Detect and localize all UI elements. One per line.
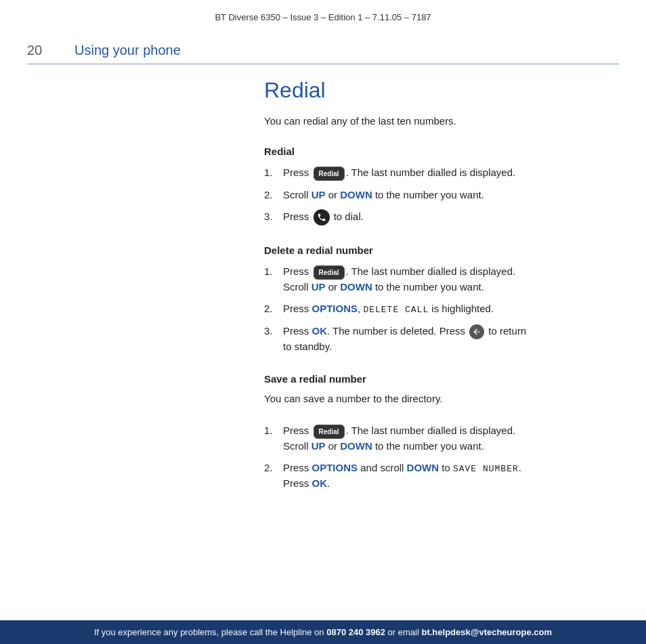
delete-call-text: DELETE CALL — [363, 305, 429, 315]
redial-step-1: 1. Press Redial. The last number dialled… — [264, 165, 619, 181]
redial-step-3: 3. Press to dial. — [264, 209, 619, 226]
call-icon — [314, 209, 330, 226]
delete-step-1: 1. Press Redial. The last number dialled… — [264, 264, 619, 295]
up-label: UP — [311, 281, 326, 293]
save-steps: 1. Press Redial. The last number dialled… — [264, 423, 619, 491]
down-label: DOWN — [340, 189, 372, 200]
step-content: Scroll UP or DOWN to the number you want… — [283, 188, 619, 203]
delete-step-3: 3. Press OK. The number is deleted. Pres… — [264, 324, 619, 355]
page-header: BT Diverse 6350 – Issue 3 – Edition 1 – … — [0, 0, 646, 30]
step-content: Press Redial. The last number dialled is… — [283, 264, 619, 295]
step-content: Press OPTIONS and scroll DOWN to SAVE NU… — [283, 460, 619, 491]
options-label: OPTIONS — [312, 303, 358, 314]
subsection-title-redial: Redial — [264, 146, 619, 157]
step-content: Press to dial. — [283, 209, 619, 226]
redial-step-2: 2. Scroll UP or DOWN to the number you w… — [264, 188, 619, 203]
right-column: Redial You can redial any of the last te… — [251, 64, 619, 523]
intro-text: You can redial any of the last ten numbe… — [264, 115, 619, 127]
step-content: Press Redial. The last number dialled is… — [283, 165, 619, 181]
ok-label: OK — [312, 325, 328, 337]
content-area: Redial You can redial any of the last te… — [0, 64, 646, 523]
page-footer: If you experience any problems, please c… — [0, 620, 646, 644]
down-label: DOWN — [340, 440, 372, 452]
section-title: Using your phone — [74, 43, 181, 58]
subsection-title-save: Save a redial number — [264, 373, 619, 385]
left-column — [27, 64, 251, 523]
redial-steps: 1. Press Redial. The last number dialled… — [264, 165, 619, 226]
redial-button-icon: Redial — [314, 167, 345, 181]
step-num: 1. — [264, 165, 283, 181]
step-num: 1. — [264, 264, 283, 280]
ok-label: OK — [312, 477, 328, 489]
header-title: BT Diverse 6350 – Issue 3 – Edition 1 – … — [215, 12, 431, 22]
return-icon — [469, 324, 484, 339]
down-label: DOWN — [407, 462, 439, 473]
step-content: Press Redial. The last number dialled is… — [283, 423, 619, 454]
step-num: 2. — [264, 460, 283, 476]
section-number: 20 — [27, 43, 74, 58]
up-label: UP — [311, 189, 326, 200]
step-num: 1. — [264, 423, 283, 439]
step-num: 3. — [264, 209, 283, 225]
down-label: DOWN — [340, 281, 372, 293]
save-number-text: SAVE NUMBER — [453, 464, 519, 474]
section-header: 20 Using your phone — [0, 30, 646, 58]
step-content: Press OPTIONS, DELETE CALL is highlighte… — [283, 301, 619, 317]
redial-button-icon: Redial — [314, 265, 345, 280]
save-step-1: 1. Press Redial. The last number dialled… — [264, 423, 619, 454]
save-step-2: 2. Press OPTIONS and scroll DOWN to SAVE… — [264, 460, 619, 491]
delete-step-2: 2. Press OPTIONS, DELETE CALL is highlig… — [264, 301, 619, 317]
subsection-title-delete: Delete a redial number — [264, 244, 619, 256]
up-label: UP — [311, 440, 326, 452]
footer-text-before: If you experience any problems, please c… — [94, 627, 324, 637]
step-num: 3. — [264, 324, 283, 339]
redial-button-icon: Redial — [314, 425, 345, 439]
page-title: Redial — [264, 78, 619, 103]
footer-text-mid: or email — [388, 627, 419, 637]
footer-email: bt.helpdesk@vtecheurope.com — [421, 627, 552, 637]
options-label: OPTIONS — [312, 462, 358, 473]
save-intro-text: You can save a number to the directory. — [264, 393, 619, 404]
delete-steps: 1. Press Redial. The last number dialled… — [264, 264, 619, 354]
step-num: 2. — [264, 301, 283, 317]
footer-phone: 0870 240 3962 — [326, 627, 385, 637]
step-num: 2. — [264, 188, 283, 203]
step-content: Press OK. The number is deleted. Press t… — [283, 324, 619, 355]
